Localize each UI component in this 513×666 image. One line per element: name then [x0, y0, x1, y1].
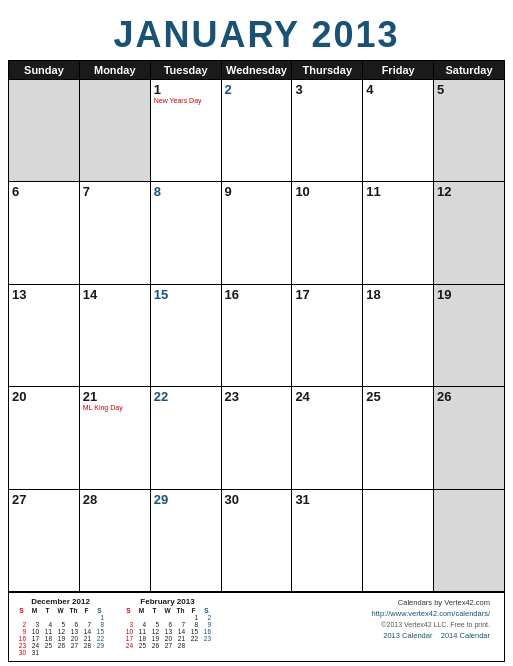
calendar-cell: 13	[9, 284, 80, 386]
mini-cal-cell	[161, 614, 174, 621]
calendar-cell: 20	[9, 387, 80, 489]
mini-cal-cell	[67, 649, 80, 656]
day-number: 9	[225, 184, 289, 199]
mini-cal-cell: 30	[15, 649, 28, 656]
mini-cal-cell: 17	[28, 635, 41, 642]
day-number: 18	[366, 287, 430, 302]
day-number: 25	[366, 389, 430, 404]
mini-cal-cell: 27	[67, 642, 80, 649]
calendar-cell: 5	[434, 80, 505, 182]
calendar-cell: 16	[221, 284, 292, 386]
link-2013[interactable]: 2013 Calendar	[383, 631, 432, 640]
calendar-cell: 14	[79, 284, 150, 386]
branding-url[interactable]: http://www.vertex42.com/calendars/	[372, 609, 490, 618]
branding-name: Calendars by Vertex42.com	[372, 597, 490, 608]
mini-cal-cell: 7	[80, 621, 93, 628]
mini-cal-row: 3031	[15, 649, 106, 656]
mini-cal-cell: 3	[28, 621, 41, 628]
day-number: 30	[225, 492, 289, 507]
col-header-friday: Friday	[363, 61, 434, 80]
mini-cal-cell: 19	[54, 635, 67, 642]
mini-col-header: F	[80, 607, 93, 614]
calendar-cell: 24	[292, 387, 363, 489]
mini-col-header: M	[135, 607, 148, 614]
mini-cal-cell: 12	[148, 628, 161, 635]
mini-col-header: Th	[174, 607, 187, 614]
branding-section: Calendars by Vertex42.com http://www.ver…	[372, 597, 498, 641]
mini-cal-cell: 18	[41, 635, 54, 642]
mini-cal-row: 2425262728	[122, 642, 213, 649]
calendar-cell: 25	[363, 387, 434, 489]
mini-col-header: S	[200, 607, 213, 614]
mini-cal-cell: 22	[187, 635, 200, 642]
mini-col-header: T	[41, 607, 54, 614]
calendar-cell: 30	[221, 489, 292, 591]
calendar-cell	[363, 489, 434, 591]
mini-cal-cell	[174, 614, 187, 621]
mini-cal-cell: 8	[93, 621, 106, 628]
mini-cal-cell: 19	[148, 635, 161, 642]
calendar-cell: 22	[150, 387, 221, 489]
mini-cal-cell: 13	[161, 628, 174, 635]
mini-col-header: Th	[67, 607, 80, 614]
calendar-cell: 2	[221, 80, 292, 182]
mini-cal-cell: 2	[15, 621, 28, 628]
calendar-cell: 4	[363, 80, 434, 182]
col-header-thursday: Thursday	[292, 61, 363, 80]
mini-cal-feb-title: February 2013	[122, 597, 213, 606]
mini-cal-cell: 7	[174, 621, 187, 628]
mini-cal-cell: 1	[187, 614, 200, 621]
day-number: 15	[154, 287, 218, 302]
mini-cal-cell: 5	[54, 621, 67, 628]
mini-cal-cell	[41, 614, 54, 621]
mini-cal-dec: December 2012 SMTWThFS123456789101112131…	[15, 597, 106, 656]
mini-cal-cell: 22	[93, 635, 106, 642]
day-number: 24	[295, 389, 359, 404]
mini-col-header: M	[28, 607, 41, 614]
holiday-label: New Years Day	[154, 97, 218, 105]
mini-cal-cell: 13	[67, 628, 80, 635]
mini-cal-cell: 10	[28, 628, 41, 635]
calendar-cell: 27	[9, 489, 80, 591]
mini-cal-cell	[80, 649, 93, 656]
day-number: 1	[154, 82, 218, 97]
col-header-tuesday: Tuesday	[150, 61, 221, 80]
calendar-cell: 21ML King Day	[79, 387, 150, 489]
day-number: 11	[366, 184, 430, 199]
calendar-cell: 11	[363, 182, 434, 284]
day-number: 26	[437, 389, 501, 404]
mini-cal-cell	[135, 614, 148, 621]
mini-cal-row: 23242526272829	[15, 642, 106, 649]
link-2014[interactable]: 2014 Calendar	[441, 631, 490, 640]
mini-cal-cell	[41, 649, 54, 656]
day-number: 20	[12, 389, 76, 404]
calendar-cell: 15	[150, 284, 221, 386]
mini-cal-cell	[148, 614, 161, 621]
mini-cal-cell	[200, 642, 213, 649]
mini-cal-cell: 14	[174, 628, 187, 635]
calendar-cell: 3	[292, 80, 363, 182]
mini-cal-cell: 8	[187, 621, 200, 628]
mini-cal-cell: 12	[54, 628, 67, 635]
calendar-cell: 9	[221, 182, 292, 284]
day-number: 21	[83, 389, 147, 404]
mini-cal-cell: 6	[67, 621, 80, 628]
mini-cal-cell: 27	[161, 642, 174, 649]
day-number: 29	[154, 492, 218, 507]
day-number: 14	[83, 287, 147, 302]
mini-cal-cell: 1	[93, 614, 106, 621]
mini-cal-cell: 25	[41, 642, 54, 649]
calendar-cell: 19	[434, 284, 505, 386]
mini-cal-cell: 25	[135, 642, 148, 649]
calendar-week-4: 2021ML King Day2223242526	[9, 387, 505, 489]
mini-cal-cell: 3	[122, 621, 135, 628]
day-number: 8	[154, 184, 218, 199]
mini-cal-cell: 26	[148, 642, 161, 649]
day-number: 13	[12, 287, 76, 302]
mini-cal-cell: 4	[135, 621, 148, 628]
mini-col-header: S	[122, 607, 135, 614]
calendar-cell: 12	[434, 182, 505, 284]
calendar-cell: 26	[434, 387, 505, 489]
calendar-cell: 18	[363, 284, 434, 386]
calendar-cell: 10	[292, 182, 363, 284]
